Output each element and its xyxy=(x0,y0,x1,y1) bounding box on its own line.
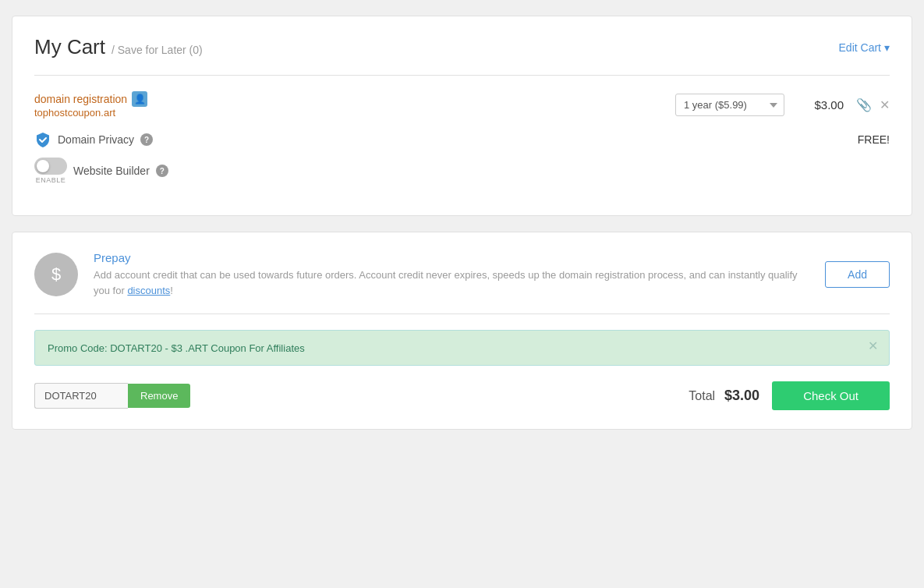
period-select[interactable]: 1 year ($5.99) 2 years ($11.98) 3 years … xyxy=(675,94,784,116)
contact-icon: 👤 xyxy=(132,91,147,107)
domain-privacy-help-icon[interactable]: ? xyxy=(140,133,153,146)
prepay-highlight[interactable]: discounts xyxy=(127,285,170,296)
paperclip-icon[interactable]: 📎 xyxy=(856,97,872,112)
toggle-label: ENABLE xyxy=(36,176,66,184)
prepay-after-highlight: ! xyxy=(170,285,173,296)
addon-privacy-left: Domain Privacy ? xyxy=(34,131,858,148)
promo-banner: Promo Code: DOTART20 - $3 .ART Coupon Fo… xyxy=(34,330,890,366)
prepay-divider xyxy=(34,313,890,314)
cart-title-group: My Cart / Save for Later (0) xyxy=(34,35,203,59)
addons-section: Domain Privacy ? FREE! ENABLE xyxy=(34,131,890,184)
total-label: Total xyxy=(689,389,715,403)
prepay-content: Prepay Add account credit that can be us… xyxy=(94,251,809,298)
dollar-icon: $ xyxy=(51,264,61,285)
item-name-label: domain registration xyxy=(34,93,127,105)
cart-header: My Cart / Save for Later (0) Edit Cart ▾ xyxy=(34,35,890,59)
total-amount: $3.00 xyxy=(724,388,759,404)
chevron-down-icon: ▾ xyxy=(884,41,890,54)
header-divider xyxy=(34,75,890,76)
website-builder-toggle[interactable] xyxy=(34,158,67,175)
item-name: domain registration 👤 xyxy=(34,91,663,107)
item-price: $3.00 xyxy=(797,98,844,112)
website-builder-toggle-wrapper: ENABLE xyxy=(34,158,67,184)
item-actions: 📎 ✕ xyxy=(856,97,890,112)
cart-title: My Cart xyxy=(34,35,105,59)
remove-item-icon[interactable]: ✕ xyxy=(880,97,890,112)
save-later-link[interactable]: / Save for Later (0) xyxy=(112,44,203,56)
prepay-desc-text: Add account credit that can be used towa… xyxy=(94,269,798,296)
item-domain: tophostcoupon.art xyxy=(34,107,663,119)
period-select-wrapper[interactable]: 1 year ($5.99) 2 years ($11.98) 3 years … xyxy=(675,94,784,116)
toggle-track xyxy=(34,158,67,175)
edit-cart-label: Edit Cart xyxy=(839,41,881,54)
domain-privacy-price: FREE! xyxy=(858,133,890,146)
website-builder-help-icon[interactable]: ? xyxy=(156,165,168,177)
prepay-add-button[interactable]: Add xyxy=(825,261,890,288)
promo-close-icon[interactable]: ✕ xyxy=(868,338,878,353)
website-builder-label: Website Builder xyxy=(73,165,150,177)
toggle-thumb xyxy=(37,160,49,172)
prepay-description: Add account credit that can be used towa… xyxy=(94,267,809,298)
domain-privacy-label: Domain Privacy xyxy=(58,133,134,146)
prepay-title: Prepay xyxy=(94,251,809,264)
prepay-section: $ Prepay Add account credit that can be … xyxy=(12,232,912,430)
domain-item-row: domain registration 👤 tophostcoupon.art … xyxy=(34,91,890,119)
addon-builder-left: ENABLE Website Builder ? xyxy=(34,158,890,184)
promo-text: Promo Code: DOTART20 - $3 .ART Coupon Fo… xyxy=(48,342,305,354)
edit-cart-button[interactable]: Edit Cart ▾ xyxy=(839,41,890,54)
checkout-button[interactable]: Check Out xyxy=(772,381,890,410)
prepay-row: $ Prepay Add account credit that can be … xyxy=(34,251,890,298)
prepay-avatar: $ xyxy=(34,253,78,296)
promo-input-group: Remove xyxy=(34,383,190,409)
shield-icon xyxy=(34,131,51,148)
cart-section: My Cart / Save for Later (0) Edit Cart ▾… xyxy=(12,16,912,216)
footer-row: Remove Total $3.00 Check Out xyxy=(34,381,890,410)
promo-code-input[interactable] xyxy=(34,383,128,409)
addon-domain-privacy: Domain Privacy ? FREE! xyxy=(34,131,890,148)
total-section: Total $3.00 xyxy=(689,388,759,404)
item-info: domain registration 👤 tophostcoupon.art xyxy=(34,91,663,119)
remove-promo-button[interactable]: Remove xyxy=(128,384,190,408)
addon-website-builder: ENABLE Website Builder ? xyxy=(34,158,890,184)
